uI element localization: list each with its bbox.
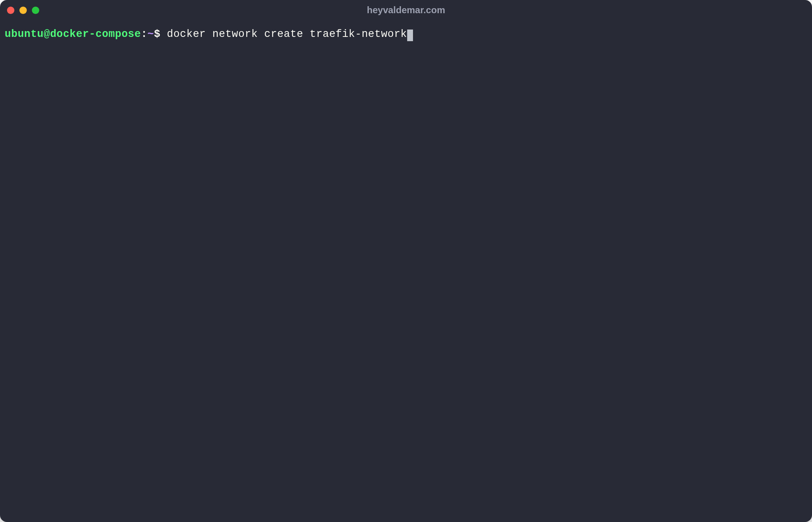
terminal-window: heyvaldemar.com ubuntu@docker-compose:~$… [0,0,812,522]
terminal-body[interactable]: ubuntu@docker-compose:~$ docker network … [0,20,812,522]
minimize-button[interactable] [19,7,27,14]
cursor-icon [407,30,413,41]
prompt-symbol: $ [154,27,167,42]
prompt-colon: : [141,27,148,42]
prompt-line: ubuntu@docker-compose:~$ docker network … [5,27,807,42]
close-button[interactable] [7,7,14,14]
window-title: heyvaldemar.com [367,5,445,16]
maximize-button[interactable] [32,7,39,14]
prompt-path: ~ [147,27,154,42]
title-bar: heyvaldemar.com [0,0,812,20]
prompt-user-host: ubuntu@docker-compose [5,27,141,42]
command-input[interactable]: docker network create traefik-network [167,27,407,42]
window-controls [7,7,39,14]
